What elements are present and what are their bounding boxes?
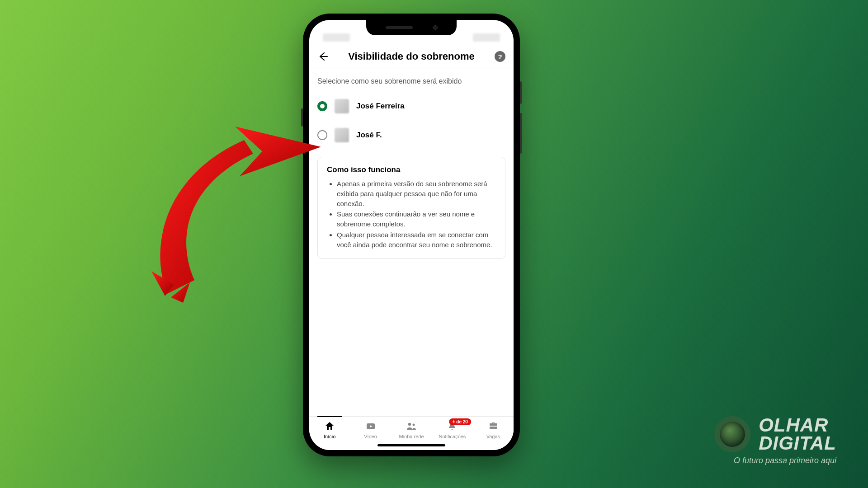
network-icon (406, 420, 417, 432)
app-header: Visibilidade do sobrenome ? (309, 44, 514, 69)
briefcase-icon (487, 420, 499, 432)
nav-jobs[interactable]: Vagas (473, 420, 514, 439)
status-icons-blurred (473, 33, 500, 42)
subtitle: Selecione como seu sobrenome será exibid… (317, 77, 505, 85)
radio-option-initial[interactable]: José F. (317, 128, 505, 142)
radio-option-full-name[interactable]: José Ferreira (317, 99, 505, 113)
brand-tagline: O futuro passa primeiro aqui (734, 456, 836, 465)
info-box: Como isso funciona Apenas a primeira ver… (317, 157, 505, 259)
brand-ring-icon (714, 416, 750, 452)
nav-label: Notificações (439, 434, 466, 439)
info-bullet: Suas conexões continuarão a ver seu nome… (337, 209, 496, 229)
svg-rect-6 (490, 426, 497, 427)
nav-label: Minha rede (399, 434, 424, 439)
phone-screen: Visibilidade do sobrenome ? Selecione co… (309, 20, 514, 450)
info-bullet: Apenas a primeira versão do seu sobrenom… (337, 179, 496, 208)
phone-frame: Visibilidade do sobrenome ? Selecione co… (303, 14, 520, 456)
radio-label: José F. (356, 131, 382, 140)
brand-name: OLHAR DIGITAL (759, 416, 836, 452)
annotation-arrow-icon (140, 122, 330, 312)
phone-side-button (520, 81, 522, 104)
phone-side-button (301, 108, 303, 127)
status-time-blurred (323, 33, 350, 42)
avatar (335, 128, 349, 142)
radio-icon (317, 130, 327, 140)
info-bullet: Qualquer pessoa interessada em se conect… (337, 230, 496, 250)
nav-home[interactable]: Início (309, 420, 350, 439)
back-arrow-icon[interactable] (317, 51, 328, 62)
nav-label: Vagas (486, 434, 500, 439)
home-indicator (377, 444, 445, 446)
radio-label: José Ferreira (356, 102, 405, 111)
avatar (335, 99, 349, 113)
page-title: Visibilidade do sobrenome (328, 51, 495, 62)
radio-icon (317, 101, 327, 111)
nav-network[interactable]: Minha rede (391, 420, 432, 439)
svg-point-3 (408, 423, 411, 426)
notification-badge: + de 20 (449, 418, 471, 425)
info-list: Apenas a primeira versão do seu sobrenom… (327, 179, 496, 249)
svg-point-4 (413, 424, 415, 426)
phone-notch (366, 20, 457, 35)
nav-label: Vídeo (364, 434, 377, 439)
nav-video[interactable]: Vídeo (350, 420, 391, 439)
content-area: Selecione como seu sobrenome será exibid… (309, 69, 514, 416)
nav-label: Início (324, 434, 335, 439)
help-icon[interactable]: ? (495, 51, 505, 62)
phone-side-button (520, 113, 522, 154)
brand-logo: OLHAR DIGITAL O futuro passa primeiro aq… (714, 416, 836, 465)
home-icon (324, 420, 335, 432)
info-title: Como isso funciona (327, 165, 496, 174)
nav-notifications[interactable]: + de 20 Notificações (432, 420, 472, 439)
video-icon (365, 420, 377, 432)
